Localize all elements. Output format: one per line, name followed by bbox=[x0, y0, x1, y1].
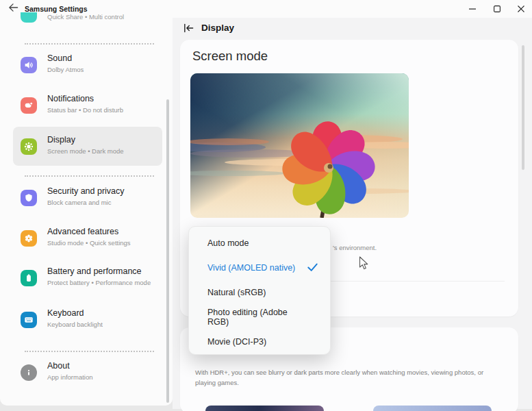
sidebar-item-subtitle: Dolby Atmos bbox=[47, 66, 84, 73]
screen-mode-dropdown-menu: Auto mode Vivid (AMOLED native) Natural … bbox=[188, 226, 331, 355]
sidebar-item-title: Security and privacy bbox=[47, 186, 125, 196]
sidebar-item-battery-and-performance[interactable]: Battery and performance Protect battery … bbox=[13, 258, 162, 297]
sidebar-item-subtitle: Status bar • Do not disturb bbox=[47, 106, 123, 114]
sidebar-item-subtitle: Screen mode • Dark mode bbox=[47, 147, 124, 155]
connected-devices-icon[interactable] bbox=[21, 12, 37, 23]
sidebar-item-title: Keyboard bbox=[47, 308, 84, 318]
sidebar-item-title: Sound bbox=[47, 53, 72, 63]
notification-bubble-icon bbox=[21, 97, 37, 114]
sidebar-item-subtitle: Studio mode • Quick settings bbox=[47, 239, 131, 247]
sidebar-item-peek-subtitle: Quick Share • Multi control bbox=[47, 13, 124, 21]
keyboard-icon bbox=[21, 312, 37, 328]
maximize-icon bbox=[494, 3, 501, 15]
collapse-sidebar-icon[interactable] bbox=[182, 22, 194, 34]
sidebar-divider bbox=[25, 175, 154, 177]
sidebar-item-keyboard[interactable]: Keyboard Keyboard backlight bbox=[13, 300, 162, 339]
mouse-cursor bbox=[359, 256, 369, 273]
sidebar-scrollbar[interactable] bbox=[166, 99, 169, 403]
dropdown-item-label: Photo editing (Adobe RGB) bbox=[207, 308, 307, 327]
dropdown-item-natural-srgb[interactable]: Natural (sRGB) bbox=[189, 280, 330, 305]
dropdown-item-label: Movie (DCI-P3) bbox=[207, 337, 266, 347]
sidebar-item-title: Display bbox=[47, 135, 75, 145]
samsung-settings-window: Samsung Settings Quick Share • Multi con… bbox=[0, 0, 532, 411]
check-icon bbox=[307, 263, 318, 273]
dropdown-item-vivid-amoled-native[interactable]: Vivid (AMOLED native) bbox=[189, 256, 330, 280]
sidebar-item-advanced-features[interactable]: Advanced features Studio mode • Quick se… bbox=[13, 219, 162, 258]
main-scrollbar[interactable] bbox=[522, 45, 524, 170]
back-arrow-icon bbox=[8, 3, 18, 15]
sidebar-item-about[interactable]: About App information bbox=[13, 353, 162, 392]
dropdown-item-label: Vivid (AMOLED native) bbox=[207, 263, 295, 273]
sidebar-item-security-and-privacy[interactable]: Security and privacy Block camera and mi… bbox=[13, 178, 162, 217]
sidebar-item-notifications[interactable]: Notifications Status bar • Do not distur… bbox=[13, 86, 162, 125]
sidebar-divider bbox=[25, 351, 154, 352]
sidebar-divider bbox=[25, 43, 154, 45]
pinwheel-illustration bbox=[190, 73, 409, 218]
screen-mode-heading: Screen mode bbox=[192, 49, 268, 64]
hdr-off-preview-image bbox=[205, 406, 324, 411]
screen-mode-preview-image bbox=[190, 73, 409, 218]
dropdown-item-photo-editing-adobe-rgb[interactable]: Photo editing (Adobe RGB) bbox=[189, 305, 330, 329]
close-button[interactable] bbox=[511, 0, 531, 18]
sidebar-item-subtitle: Keyboard backlight bbox=[47, 321, 103, 328]
dropdown-item-auto-mode[interactable]: Auto mode bbox=[189, 231, 330, 256]
minimize-icon bbox=[469, 3, 476, 15]
flower-gear-icon bbox=[21, 230, 37, 247]
sidebar-item-title: Advanced features bbox=[47, 227, 118, 236]
close-icon bbox=[518, 3, 524, 15]
minimize-button[interactable] bbox=[462, 0, 483, 18]
hdr-description: With HDR+, you can see blurry or dark pa… bbox=[195, 367, 500, 388]
dropdown-item-label: Natural (sRGB) bbox=[207, 288, 266, 297]
dropdown-item-movie-dci-p3[interactable]: Movie (DCI-P3) bbox=[189, 329, 330, 354]
shield-icon bbox=[21, 190, 37, 206]
screen-mode-description-tail: 's environment. bbox=[333, 244, 377, 251]
sidebar-item-title: Notifications bbox=[47, 94, 94, 103]
sidebar-item-display[interactable]: Display Screen mode • Dark mode bbox=[13, 127, 162, 166]
sidebar-item-subtitle: Block camera and mic bbox=[47, 199, 111, 206]
sidebar-item-title: About bbox=[47, 361, 70, 371]
speaker-icon bbox=[21, 57, 37, 73]
sidebar-item-subtitle: App information bbox=[47, 373, 93, 381]
info-icon bbox=[21, 364, 37, 381]
hdr-on-preview-image bbox=[373, 406, 492, 411]
sidebar-item-subtitle: Protect battery • Performance mode bbox=[47, 279, 151, 286]
display-sun-icon bbox=[21, 138, 37, 155]
maximize-button[interactable] bbox=[487, 0, 507, 18]
sidebar-item-title: Battery and performance bbox=[47, 266, 142, 276]
battery-icon bbox=[21, 270, 37, 286]
back-button[interactable] bbox=[5, 3, 21, 15]
sidebar-item-sound[interactable]: Sound Dolby Atmos bbox=[13, 45, 162, 84]
page-title: Display bbox=[201, 23, 234, 33]
dropdown-item-label: Auto mode bbox=[207, 238, 249, 248]
